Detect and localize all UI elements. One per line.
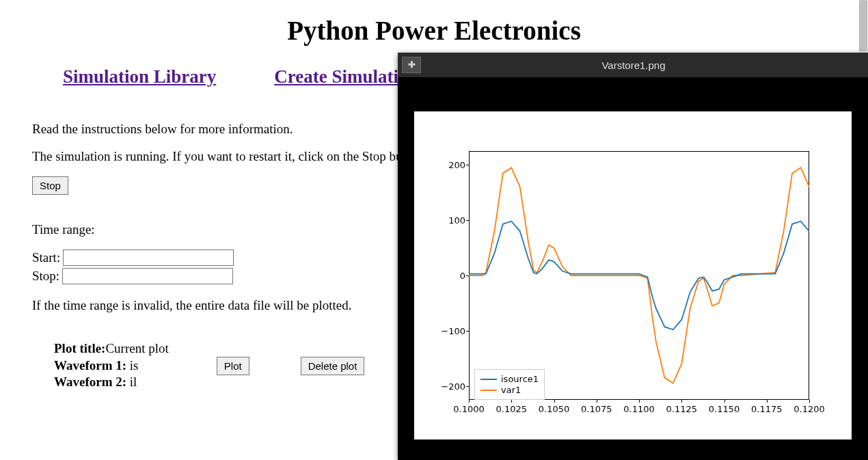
legend-label-var1: var1 (501, 385, 521, 395)
waveform2-value: il (126, 375, 137, 389)
stop-button[interactable]: Stop (32, 176, 68, 195)
nav-create-simulation[interactable]: Create Simulation (274, 66, 418, 87)
x-tick-label: 0.1150 (709, 404, 740, 414)
viewer-title: Varstore1.png (601, 59, 665, 71)
y-tick-label: 100 (424, 215, 465, 226)
plot-button[interactable]: Plot (217, 357, 249, 375)
legend-swatch-isource1 (480, 379, 497, 380)
y-tick-label: 0 (424, 271, 465, 281)
plot-title-value: Current plot (105, 341, 168, 355)
legend-label-isource1: isource1 (501, 374, 539, 384)
x-tick-label: 0.1050 (539, 404, 570, 414)
scrollbar-thumb[interactable] (859, 0, 867, 51)
x-tick-label: 0.1025 (496, 404, 528, 414)
x-tick-label: 0.1125 (666, 404, 698, 414)
viewer-add-button[interactable]: ✚ (402, 57, 421, 73)
start-input[interactable] (63, 249, 234, 266)
stop-input[interactable] (62, 268, 233, 284)
x-tick-label: 0.1200 (794, 404, 825, 414)
plus-icon: ✚ (408, 59, 416, 70)
viewer-titlebar[interactable]: ✚ Varstore1.png (398, 53, 868, 77)
waveform2-label: Waveform 2: (54, 375, 126, 389)
stop-label: Stop: (32, 269, 59, 284)
waveform1-label: Waveform 1: (54, 358, 126, 373)
legend-swatch-var1 (480, 390, 497, 391)
nav-simulation-library[interactable]: Simulation Library (63, 66, 216, 87)
x-tick-label: 0.1100 (623, 404, 655, 414)
page-title: Python Power Electronics (32, 15, 836, 46)
chart-canvas: isource1 var1 −200−1000100200 0.10000.10… (414, 111, 852, 439)
delete-plot-button[interactable]: Delete plot (301, 357, 365, 375)
chart-legend: isource1 var1 (474, 369, 545, 400)
x-tick-label: 0.1000 (453, 404, 485, 414)
y-tick-label: −100 (424, 325, 465, 336)
plot-info: Plot title:Current plot Waveform 1: is W… (54, 340, 169, 391)
image-viewer-window: ✚ Varstore1.png isource1 var1 −200−10001… (398, 53, 868, 460)
x-tick-label: 0.1175 (751, 404, 783, 414)
y-tick-label: 200 (424, 160, 465, 170)
chart-svg (469, 151, 809, 400)
y-tick-label: −200 (424, 381, 465, 391)
plot-title-label: Plot title: (54, 341, 105, 355)
start-label: Start: (32, 250, 60, 265)
waveform1-value: is (126, 358, 138, 373)
x-tick-label: 0.1075 (581, 404, 612, 414)
viewer-content: isource1 var1 −200−1000100200 0.10000.10… (398, 77, 868, 446)
